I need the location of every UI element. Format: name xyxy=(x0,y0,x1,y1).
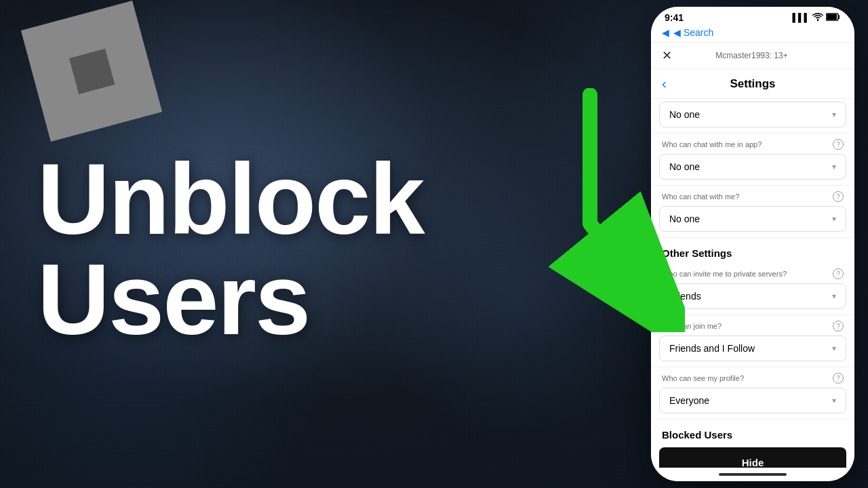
heading-line2: Users xyxy=(37,249,424,350)
dropdown-5-value: Everyone xyxy=(669,395,709,406)
help-icon-1[interactable]: ? xyxy=(833,139,844,150)
dropdown-2-value: No one xyxy=(669,214,700,224)
hide-button[interactable]: Hide xyxy=(659,447,846,468)
close-bar: ✕ Mcmaster1993: 13+ xyxy=(651,43,854,69)
dropdown-3-value: Friends xyxy=(669,291,701,302)
home-indicator xyxy=(651,468,854,481)
status-time: 9:41 xyxy=(665,12,684,23)
roblox-logo xyxy=(34,14,149,129)
dropdown-1-value: No one xyxy=(669,161,700,172)
setting-label-2: Who can chat with me? ? xyxy=(651,186,854,203)
status-bar: 9:41 ▌▌▌ xyxy=(651,7,854,26)
settings-title: Settings xyxy=(730,77,775,91)
phone-content: ‹ Settings No one ▾ Who can chat with me… xyxy=(651,69,854,468)
chevron-down-icon-3: ▾ xyxy=(832,291,836,301)
home-bar xyxy=(719,473,787,476)
label-text-3: Who can invite me to private servers? xyxy=(662,270,787,278)
blocked-users-header: Blocked Users xyxy=(651,420,854,445)
label-text-2: Who can chat with me? xyxy=(662,192,739,201)
main-heading: Unblock Users xyxy=(37,149,424,350)
help-icon-2[interactable]: ? xyxy=(833,191,844,202)
label-text-5: Who can see my profile? xyxy=(662,374,744,382)
heading-line1: Unblock xyxy=(37,149,424,249)
chevron-down-icon-5: ▾ xyxy=(832,396,836,405)
setting-row-2: Who can chat with me? ? No one ▾ xyxy=(651,186,854,238)
setting-label-1: Who can chat with me in app? ? xyxy=(651,134,854,151)
back-to-search-icon: ◀ xyxy=(662,27,669,38)
help-icon-5[interactable]: ? xyxy=(833,373,844,384)
chevron-down-icon-2: ▾ xyxy=(832,214,836,224)
dropdown-1[interactable]: No one ▾ xyxy=(659,154,846,180)
user-id-label: Mcmaster1993: 13+ xyxy=(715,51,787,60)
status-icons: ▌▌▌ xyxy=(792,13,841,23)
dropdown-4[interactable]: Friends and I Follow ▾ xyxy=(659,336,846,361)
search-bar[interactable]: ◀ ◀ Search xyxy=(651,26,854,43)
other-settings-header: Other Settings xyxy=(651,238,854,263)
label-text-4: Who can join me? xyxy=(662,322,722,330)
settings-header: ‹ Settings xyxy=(651,69,854,99)
dropdown-0-value: No one xyxy=(669,109,700,120)
signal-icon: ▌▌▌ xyxy=(792,13,810,22)
dropdown-4-value: Friends and I Follow xyxy=(669,343,755,354)
chevron-down-icon-0: ▾ xyxy=(832,110,836,119)
settings-body: No one ▾ Who can chat with me in app? ? … xyxy=(651,102,854,468)
label-text-1: Who can chat with me in app? xyxy=(662,140,762,148)
dropdown-2[interactable]: No one ▾ xyxy=(659,206,846,232)
wifi-icon xyxy=(812,13,823,23)
setting-row-5: Who can see my profile? ? Everyone ▾ xyxy=(651,367,854,420)
close-icon[interactable]: ✕ xyxy=(662,48,672,63)
chevron-down-icon-4: ▾ xyxy=(832,344,836,353)
phone-mockup: 9:41 ▌▌▌ ◀ ◀ Search xyxy=(651,7,854,481)
setting-label-5: Who can see my profile? ? xyxy=(651,367,854,385)
svg-rect-2 xyxy=(827,14,837,20)
dropdown-5[interactable]: Everyone ▾ xyxy=(659,388,846,413)
dropdown-3[interactable]: Friends ▾ xyxy=(659,283,846,309)
setting-row-1: Who can chat with me in app? ? No one ▾ xyxy=(651,134,854,186)
battery-icon xyxy=(826,13,841,23)
help-icon-3[interactable]: ? xyxy=(833,268,844,279)
setting-label-3: Who can invite me to private servers? ? xyxy=(651,263,854,281)
setting-label-4: Who can join me? ? xyxy=(651,315,854,333)
dropdown-0[interactable]: No one ▾ xyxy=(659,102,846,127)
setting-row-4: Who can join me? ? Friends and I Follow … xyxy=(651,315,854,367)
search-label: ◀ Search xyxy=(673,27,713,38)
help-icon-4[interactable]: ? xyxy=(833,321,844,331)
chevron-down-icon-1: ▾ xyxy=(832,162,836,171)
setting-row-3: Who can invite me to private servers? ? … xyxy=(651,263,854,315)
setting-row-0: No one ▾ xyxy=(651,102,854,134)
back-button[interactable]: ‹ xyxy=(662,76,667,92)
